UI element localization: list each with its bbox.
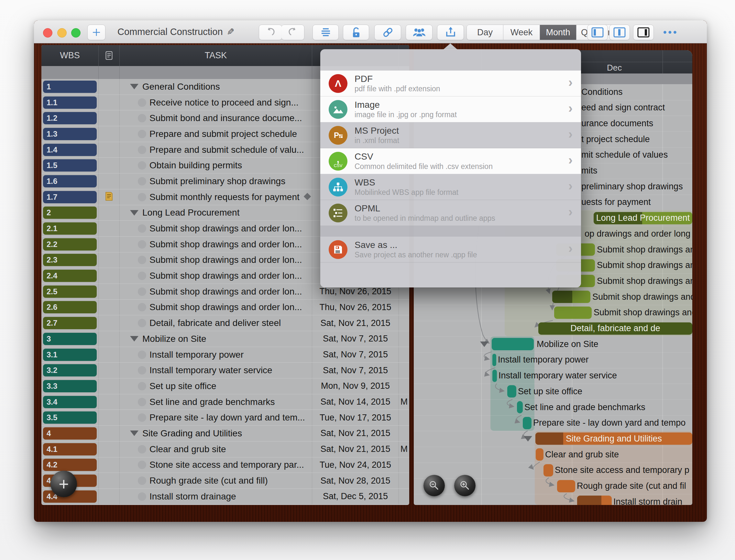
export-option-subtitle: Save project as another new .qpp file bbox=[355, 251, 568, 259]
end-date-cell bbox=[399, 347, 409, 363]
wbs-badge: 2 bbox=[43, 207, 97, 219]
gantt-bar[interactable] bbox=[517, 401, 523, 413]
gantt-bar[interactable] bbox=[536, 448, 543, 461]
table-row-3.4[interactable]: 3.4Set line and grade benchmarksSat, Nov… bbox=[41, 394, 409, 410]
task-label: Receive notice to proceed and sign... bbox=[120, 97, 299, 108]
note-column-header[interactable] bbox=[99, 45, 120, 66]
undo-button[interactable] bbox=[259, 25, 282, 40]
view-option-day[interactable]: Day bbox=[467, 25, 503, 40]
task-column-header[interactable]: TASK bbox=[120, 45, 312, 66]
table-row-3.1[interactable]: 3.1Install temporary powerSat, Nov 7, 20… bbox=[41, 347, 409, 363]
gantt-bar[interactable] bbox=[492, 354, 496, 366]
export-button[interactable] bbox=[437, 25, 464, 40]
gantt-bar[interactable] bbox=[492, 338, 534, 350]
minimize-window-button[interactable] bbox=[57, 28, 67, 38]
note-cell bbox=[99, 347, 120, 363]
task-status-circle bbox=[138, 476, 146, 485]
close-window-button[interactable] bbox=[43, 28, 52, 38]
edit-title-icon[interactable]: ✎ bbox=[227, 27, 234, 37]
gantt-bar-label: Mobilize on Site bbox=[537, 336, 598, 352]
more-button[interactable]: ••• bbox=[663, 27, 678, 38]
zoom-in-button[interactable] bbox=[454, 475, 475, 496]
wbs-badge: 1.6 bbox=[43, 175, 97, 187]
view-option-month[interactable]: Month bbox=[540, 25, 576, 40]
note-cell bbox=[99, 473, 120, 488]
task-label: Set line and grade benchmarks bbox=[120, 397, 275, 407]
export-option-ms-project[interactable]: PMS Projectin .xml format› bbox=[320, 122, 581, 148]
export-option-wbs[interactable]: WBSMobilinked WBS app file format› bbox=[320, 174, 581, 200]
outline-icon bbox=[320, 28, 331, 37]
gantt-bar[interactable] bbox=[492, 370, 497, 382]
zoom-window-button[interactable] bbox=[71, 28, 81, 38]
table-row-3.3[interactable]: 3.3Set up site officeMon, Nov 9, 2015 bbox=[41, 378, 409, 394]
layout-right-button[interactable] bbox=[633, 25, 654, 40]
add-button[interactable] bbox=[87, 25, 106, 40]
end-date-cell: M bbox=[399, 442, 409, 457]
export-option-image[interactable]: Imageimage file in .jpg or .png format› bbox=[320, 96, 581, 122]
gantt-collapse-triangle-icon[interactable] bbox=[524, 436, 532, 442]
view-option-week[interactable]: Week bbox=[503, 25, 540, 40]
table-row-3.5[interactable]: 3.5Prepare site - lay down yard and tem.… bbox=[41, 410, 409, 426]
export-option-pdf[interactable]: ΛPDFpdf file with .pdf extension› bbox=[320, 71, 581, 96]
wbs-column-header[interactable]: WBS bbox=[41, 45, 99, 66]
table-row-3[interactable]: 3Mobilize on SiteSat, Nov 7, 2015 bbox=[41, 331, 409, 347]
table-row-4.3[interactable]: 4.3Rough grade site (cut and fill)Sat, N… bbox=[41, 473, 409, 489]
export-option-subtitle: Mobilinked WBS app file format bbox=[355, 188, 568, 197]
layout-left-button[interactable] bbox=[587, 25, 608, 40]
end-date-cell bbox=[399, 426, 409, 441]
gantt-bar[interactable] bbox=[577, 496, 612, 505]
collapse-triangle-icon[interactable] bbox=[130, 210, 139, 216]
gantt-bar[interactable] bbox=[557, 480, 575, 492]
gantt-bar-label: Install temporary water service bbox=[498, 368, 617, 384]
outline-button[interactable] bbox=[313, 25, 339, 40]
chevron-right-icon: › bbox=[568, 241, 573, 258]
zoom-out-button[interactable] bbox=[423, 475, 445, 496]
table-row-2.6[interactable]: 2.6Submit shop drawings and order lon...… bbox=[41, 300, 409, 316]
svg-text:P: P bbox=[334, 131, 339, 140]
gantt-bar[interactable] bbox=[507, 385, 516, 398]
table-row-4[interactable]: 4Site Grading and UtilitiesSat, Nov 21, … bbox=[41, 426, 409, 442]
redo-button[interactable] bbox=[282, 25, 305, 40]
table-row-4.2[interactable]: 4.2Stone site access and temporary par..… bbox=[41, 457, 409, 473]
export-option-subtitle: pdf file with .pdf extension bbox=[355, 84, 568, 93]
start-date-cell: Sat, Nov 21, 2015 bbox=[312, 426, 399, 441]
table-row-3.2[interactable]: 3.2Install temporary water serviceSat, N… bbox=[41, 363, 409, 378]
table-row-4.4[interactable]: 4.4Install storm drainageSat, Dec 5, 201… bbox=[41, 489, 409, 505]
note-cell bbox=[99, 457, 120, 473]
task-cell: Long Lead Procurement bbox=[120, 205, 312, 221]
lock-button[interactable] bbox=[343, 25, 369, 40]
task-label: Prepare site - lay down yard and tem... bbox=[120, 412, 305, 423]
task-cell: Obtain building permits bbox=[120, 158, 312, 173]
task-status-circle bbox=[138, 272, 146, 280]
gantt-bar[interactable] bbox=[523, 417, 531, 429]
collapse-triangle-icon[interactable] bbox=[130, 84, 139, 89]
gantt-bar[interactable] bbox=[552, 291, 590, 303]
end-date-cell bbox=[399, 378, 409, 394]
export-option-save-as[interactable]: Save as ...Save project as another new .… bbox=[320, 237, 581, 263]
note-icon[interactable] bbox=[105, 192, 113, 202]
layout-split-button[interactable] bbox=[609, 25, 630, 40]
task-label: Clear and grub site bbox=[120, 444, 226, 454]
note-cell bbox=[99, 237, 120, 252]
collapse-triangle-icon[interactable] bbox=[130, 336, 139, 342]
wbs-badge: 2.3 bbox=[43, 254, 97, 266]
collapse-triangle-icon[interactable] bbox=[130, 431, 139, 436]
start-date-cell: Sat, Nov 7, 2015 bbox=[312, 347, 399, 363]
table-row-4.1[interactable]: 4.1Clear and grub siteSat, Nov 21, 2015M bbox=[41, 442, 409, 457]
gantt-bar[interactable] bbox=[554, 307, 592, 319]
add-task-button[interactable]: + bbox=[50, 471, 77, 497]
wbs-badge: 4.2 bbox=[43, 459, 97, 471]
gantt-bar[interactable] bbox=[543, 464, 553, 476]
table-row-2.7[interactable]: 2.7Detail, fabricate and deliver steelSa… bbox=[41, 315, 409, 331]
wbs-badge: 3 bbox=[43, 333, 97, 345]
gantt-collapse-triangle-icon[interactable] bbox=[480, 342, 488, 347]
link-button[interactable] bbox=[374, 25, 401, 40]
export-option-csv[interactable]: ,CSVCSVCommon delimited file with .csv e… bbox=[320, 148, 581, 174]
wbs-badge: 2.2 bbox=[43, 238, 97, 251]
export-option-opml[interactable]: OPMLto be opened in mindmap and outline … bbox=[320, 200, 581, 226]
wbs-badge: 3.3 bbox=[43, 380, 97, 392]
link-icon bbox=[382, 27, 394, 38]
team-button[interactable] bbox=[406, 25, 432, 40]
start-date-cell: Thu, Nov 26, 2015 bbox=[312, 300, 399, 315]
note-cell bbox=[99, 268, 120, 284]
